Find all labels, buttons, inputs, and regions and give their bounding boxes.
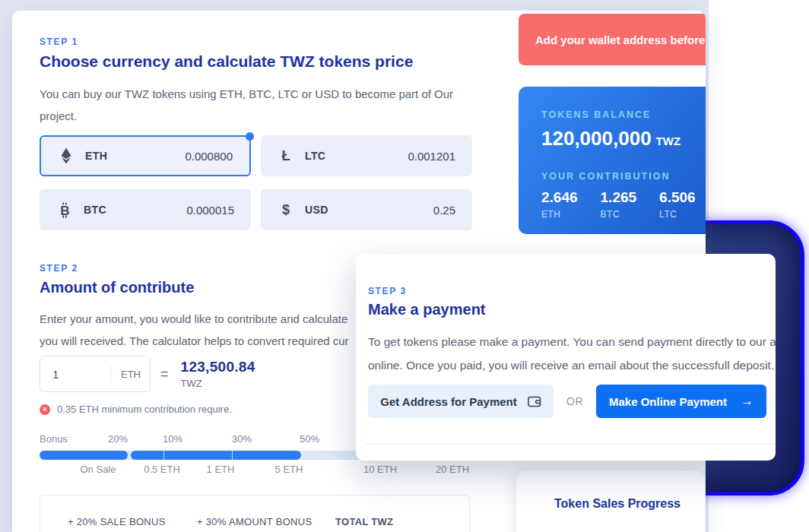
tokens-balance-unit: TWZ [656,135,681,147]
currency-rate: 0.001201 [408,150,455,163]
currency-rate: 0.000015 [186,204,234,217]
currency-option-eth[interactable]: ETH 0.000800 [40,135,251,176]
currency-option-usd[interactable]: $ USD 0.25 [261,189,472,230]
contribution-item: 2.646 ETH [541,189,578,220]
contribution-item: 6.506 LTC [659,189,696,220]
payment-actions: Get Address for Payment OR Make Online P… [368,385,766,418]
result-value: 123,500.84 [181,359,255,375]
scale-label: On Sale [81,464,116,475]
bonus-bar-tick [163,451,164,460]
result-unit: TWZ [181,378,255,389]
tokens-balance-line: 120,000,000TWZ [541,127,706,150]
wallet-icon [528,396,541,407]
currency-options: ETH 0.000800 Ł LTC 0.001201 B [40,135,473,230]
contribution-item: 1.265 BTC [601,189,637,220]
conversion-result: 123,500.84 TWZ [181,359,255,389]
scale-label: 20 ETH [436,464,469,475]
step1-title: Choose currency and calculate TWZ tokens… [40,52,413,71]
bonus-percent: 50% [300,433,319,445]
amount-field: ETH [40,356,151,392]
contribution-value: 2.646 [541,189,578,206]
contribution-value: 1.265 [601,189,637,206]
scale-label: 10 ETH [363,464,397,475]
error-icon: × [40,404,50,415]
bonus-percent: 30% [232,433,252,445]
currency-code: ETH [85,150,107,162]
contribution-unit: LTC [659,209,696,220]
bonus-label: Bonus [40,433,68,445]
overlay-divider [365,444,776,445]
currency-code: BTC [84,204,106,216]
step2-label: STEP 2 [40,263,78,274]
equals-sign: = [160,366,169,382]
bonus-summary-box: + 20% SALE BONUS + 30% AMOUNT BONUS TOTA… [40,495,470,532]
tokens-balance-card: TOKENS BALANCE 120,000,000TWZ YOUR CONTR… [519,87,706,234]
step3-description: To get tokens please make a payment. You… [368,330,776,377]
bonus-scale-row: On Sale 0.5 ETH 1 ETH 5 ETH 10 ETH 20 ET… [40,464,471,476]
contribution-value: 6.506 [659,189,696,206]
step2-title: Amount of contribute [40,279,194,296]
token-sales-progress-title: Token Sales Progress [554,497,705,511]
get-address-button[interactable]: Get Address for Payment [368,385,554,418]
arrow-right-icon: → [741,394,753,409]
step1-label: STEP 1 [40,36,78,47]
scale-label: 0.5 ETH [144,464,180,475]
currency-option-btc[interactable]: B BTC 0.000015 [40,189,251,230]
step3-description-line1: To get tokens please make a payment. You… [368,330,776,353]
wallet-alert-banner[interactable]: Add your wallet address before bu [519,14,706,65]
amount-input[interactable] [40,368,110,381]
wallet-alert-text: Add your wallet address before bu [535,33,706,46]
total-twz-label: TOTAL TWZ [335,516,393,527]
selected-dot [246,132,254,141]
step3-title: Make a payment [368,301,486,318]
currency-option-ltc[interactable]: Ł LTC 0.001201 [261,135,472,176]
litecoin-icon: Ł [278,148,294,164]
bonus-percent: 10% [163,433,182,445]
step3-description-line2: online. Once you paid, you will receive … [368,353,776,377]
contribution-label: YOUR CONTRIBUTION [541,171,706,182]
bonus-bar-segment [131,451,301,460]
amount-converter: ETH = 123,500.84 TWZ [40,356,255,392]
step3-label: STEP 3 [368,286,407,296]
bonus-percent: 20% [108,433,128,445]
scale-label: 5 ETH [275,464,303,475]
error-text: 0.35 ETH minimum contribution require. [57,404,232,415]
bitcoin-icon: B [56,202,73,218]
currency-rate: 0.000800 [185,150,233,163]
sale-bonus-label: + 20% SALE BONUS [68,516,166,527]
amount-unit: ETH [110,366,141,383]
minimum-contribution-error: × 0.35 ETH minimum contribution require. [40,404,232,415]
step3-payment-card: STEP 3 Make a payment To get tokens plea… [356,254,776,461]
token-sales-progress-card: Token Sales Progress [516,470,706,532]
or-label: OR [566,395,583,407]
scale-label: 1 ETH [207,464,235,475]
contribution-unit: ETH [541,209,578,220]
make-online-payment-button[interactable]: Make Online Payment → [596,385,766,418]
make-online-payment-label: Make Online Payment [609,395,727,408]
ethereum-icon [58,147,75,164]
tokens-balance-value: 120,000,000 [541,127,652,150]
currency-code: USD [305,204,328,216]
currency-rate: 0.25 [433,204,455,217]
amount-bonus-label: + 30% AMOUNT BONUS [197,516,312,527]
bonus-bar-segment [40,451,128,460]
contribution-row: 2.646 ETH 1.265 BTC 6.506 LTC [541,189,706,220]
svg-text:B: B [60,204,69,218]
bonus-bar-tick [232,451,233,460]
dollar-icon: $ [278,202,294,218]
currency-code: LTC [305,150,325,162]
page: STEP 1 Choose currency and calculate TWZ… [0,0,809,532]
step1-description: You can buy our TWZ tokens using ETH, BT… [40,83,470,127]
get-address-label: Get Address for Payment [380,395,517,408]
contribution-unit: BTC [601,209,637,220]
tokens-balance-label: TOKENS BALANCE [541,109,706,120]
